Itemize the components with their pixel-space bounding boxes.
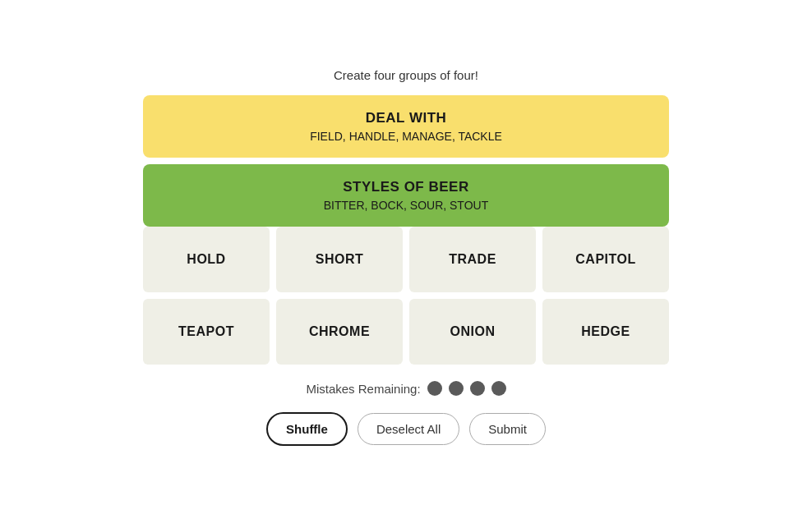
deselect-button[interactable]: Deselect All [358, 413, 459, 445]
tile-label-onion: ONION [450, 324, 496, 339]
mistake-dot-1 [427, 381, 442, 396]
subtitle: Create four groups of four! [334, 68, 478, 82]
tile-hold[interactable]: HOLD [143, 227, 270, 292]
solved-row-green: STYLES OF BEER BITTER, BOCK, SOUR, STOUT [143, 164, 669, 227]
tile-chrome[interactable]: CHROME [276, 299, 403, 365]
tile-label-teapot: TEAPOT [178, 324, 234, 339]
tile-onion[interactable]: ONION [409, 299, 536, 365]
game-container: Create four groups of four! DEAL WITH FI… [143, 68, 669, 446]
mistake-dot-4 [491, 381, 506, 396]
tile-label-chrome: CHROME [309, 324, 370, 339]
solved-row-yellow: DEAL WITH FIELD, HANDLE, MANAGE, TACKLE [143, 95, 669, 158]
tile-teapot[interactable]: TEAPOT [143, 299, 270, 365]
mistakes-label: Mistakes Remaining: [306, 382, 420, 396]
tile-capitol[interactable]: CAPITOL [542, 227, 669, 292]
tile-label-short: SHORT [316, 252, 364, 267]
submit-button[interactable]: Submit [469, 413, 546, 445]
solved-row-title-yellow: DEAL WITH [366, 110, 447, 126]
tile-grid: HOLDSHORTTRADECAPITOLTEAPOTCHROMEONIONHE… [143, 227, 669, 365]
solved-row-words-yellow: FIELD, HANDLE, MANAGE, TACKLE [310, 130, 502, 143]
mistakes-row: Mistakes Remaining: [306, 381, 505, 396]
mistake-dot-3 [470, 381, 485, 396]
buttons-row: Shuffle Deselect All Submit [266, 412, 546, 446]
mistake-dot-2 [449, 381, 464, 396]
solved-row-title-green: STYLES OF BEER [343, 179, 468, 195]
tile-label-capitol: CAPITOL [575, 252, 635, 267]
grid-area: DEAL WITH FIELD, HANDLE, MANAGE, TACKLE … [143, 95, 669, 227]
shuffle-button[interactable]: Shuffle [266, 412, 348, 446]
tile-short[interactable]: SHORT [276, 227, 403, 292]
tile-label-hold: HOLD [187, 252, 225, 267]
solved-row-words-green: BITTER, BOCK, SOUR, STOUT [324, 199, 488, 212]
tile-hedge[interactable]: HEDGE [542, 299, 669, 365]
tile-label-hedge: HEDGE [581, 324, 630, 339]
tile-label-trade: TRADE [449, 252, 496, 267]
tile-trade[interactable]: TRADE [409, 227, 536, 292]
